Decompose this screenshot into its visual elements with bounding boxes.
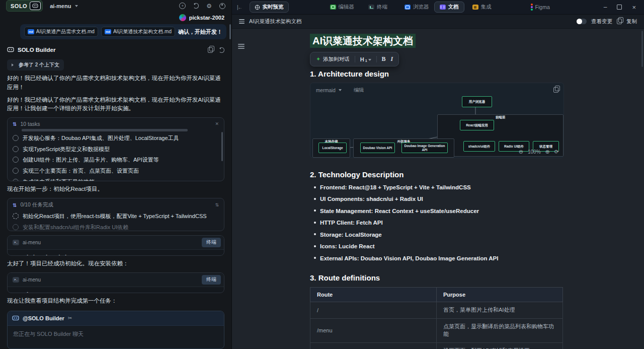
outline-list-icon[interactable] <box>239 19 245 23</box>
tab-live-preview[interactable]: 实时预览 <box>250 2 289 13</box>
terminal-card: >_ ai-menu 终端 npm install <box>7 272 224 293</box>
ai-menu-dropdown[interactable]: ai-menu <box>50 3 71 9</box>
code-lang-dropdown[interactable]: mermaid <box>316 88 336 93</box>
file-chip[interactable]: md AI识菜通技术架构文档.md <box>101 27 175 37</box>
editor-icon <box>330 5 336 10</box>
task-row[interactable]: 开发核心服务：Doubao API集成、图片处理、LocalStorage工具 <box>8 132 224 144</box>
copy-icon[interactable] <box>617 19 622 24</box>
task-list-header[interactable]: ⇅ 10 tasks ✕ <box>8 118 224 129</box>
new-session-icon[interactable]: + <box>179 3 186 9</box>
progress-header[interactable]: ⇅ 0/10 任务完成 ⇅ <box>8 198 224 211</box>
tab-terminal[interactable]: 终端 <box>368 4 387 11</box>
progress-row-active[interactable]: 初始化React项目，使用react-ts模板，配置Vite + TypeScr… <box>8 211 224 222</box>
diagram-zoom-controls: ⊖ 100% ⊕ ⟳ <box>519 149 559 155</box>
tab-integrations[interactable]: 集成 <box>472 4 492 11</box>
task-list-card: ⇅ 10 tasks ✕ 开发核心服务：Doubao API集成、图片处理、Lo… <box>7 117 224 181</box>
history-icon[interactable] <box>193 3 199 9</box>
diagram-node-react[interactable]: React前端应用 <box>460 120 494 130</box>
copy-icon[interactable] <box>553 87 558 93</box>
browser-icon <box>405 5 411 10</box>
tab-label: 编辑器 <box>339 4 355 11</box>
reset-zoom-icon[interactable]: ⟳ <box>554 149 559 155</box>
task-checkbox[interactable] <box>13 179 19 181</box>
progress-label: 安装和配置shadcn/ui组件库和Radix UI依赖 <box>23 224 128 231</box>
task-checkbox[interactable] <box>13 224 19 230</box>
hamburger-icon[interactable] <box>238 44 245 49</box>
solo-brand[interactable]: SOLO <box>6 0 43 12</box>
document-title-highlighted[interactable]: AI识菜通技术架构文档 <box>310 34 416 48</box>
task-row[interactable]: 集成路由系统和页面导航功能 <box>8 177 224 182</box>
copy-icon[interactable] <box>208 47 213 53</box>
diagram-node-browser[interactable]: 用户浏览器 <box>462 96 492 107</box>
scissors-icon[interactable]: ✂ <box>68 315 72 321</box>
agent-mention-chip[interactable]: @SOLO Builder <box>23 315 64 321</box>
file-chip[interactable]: md AI识菜通产品需求文档.md <box>24 27 98 37</box>
table-header: Purpose <box>437 287 563 302</box>
terminal-icon: >_ <box>13 277 19 283</box>
list-item: Frontend: React@18 + TypeScript + Vite +… <box>313 184 564 191</box>
terminal-icon <box>368 5 374 10</box>
diagram-node-localstorage[interactable]: LocalStorage <box>318 143 347 153</box>
progress-row[interactable]: 安装和配置shadcn/ui组件库和Radix UI依赖 <box>8 222 224 231</box>
chat-panel: SOLO ai-menu + ⚙ pickstar-2002 md AI识菜通产… <box>0 0 232 349</box>
diagram-node-imagegen-api[interactable]: Doubao Image Generation API <box>401 143 448 153</box>
open-terminal-button[interactable]: 终端 <box>202 238 221 247</box>
sort-toggle-icon[interactable]: ⇅ <box>215 202 219 207</box>
task-label: 实现TypeScript类型定义和数据模型 <box>23 146 110 153</box>
table-header: Route <box>310 287 437 302</box>
tab-docs[interactable]: 文档 <box>434 2 464 13</box>
task-list-scrollbar[interactable] <box>221 132 223 161</box>
task-row[interactable]: 实现TypeScript类型定义和数据模型 <box>8 144 224 155</box>
avatar[interactable] <box>179 14 186 21</box>
view-changes-label[interactable]: 查看变更 <box>591 18 612 25</box>
list-item: UI Components: shadcn/ui + Radix UI <box>313 195 564 203</box>
account-icon[interactable] <box>219 3 225 9</box>
divider <box>376 56 377 62</box>
gear-icon[interactable]: ⚙ <box>206 3 212 9</box>
tab-browser[interactable]: 浏览器 <box>405 4 429 11</box>
list-item: State Management: React Context + useSta… <box>313 207 564 215</box>
diagram-node-shadcn[interactable]: shadcn/ui组件 <box>463 141 495 152</box>
open-terminal-button[interactable]: 终端 <box>202 275 221 285</box>
add-to-chat-button[interactable]: ✦ 添加到对话 <box>316 56 350 63</box>
close-button[interactable]: × <box>632 4 636 11</box>
task-label: 实现三个主要页面：首页、点菜页面、设置页面 <box>23 167 139 175</box>
tasks-icon: ⇅ <box>13 121 17 127</box>
edit-diagram-button[interactable]: 编辑 <box>354 87 364 94</box>
chat-input[interactable]: 您正在与 SOLO Builder 聊天 <box>8 326 224 349</box>
document-scrollbar[interactable] <box>641 31 643 67</box>
tab-editor[interactable]: 编辑器 <box>330 4 355 11</box>
view-changes-toggle[interactable] <box>577 19 587 24</box>
collapse-icon[interactable]: ✕ <box>215 121 219 126</box>
tab-figma[interactable]: Figma <box>531 4 550 11</box>
tab-label: 实时预览 <box>263 4 284 11</box>
divider <box>355 56 355 62</box>
task-row[interactable]: 实现三个主要页面：首页、点菜页面、设置页面 <box>8 166 224 177</box>
context-reference-chip[interactable]: 参考了 2 个上下文 <box>7 59 64 71</box>
maximize-button[interactable] <box>617 5 622 10</box>
task-checkbox[interactable] <box>13 135 19 141</box>
italic-button[interactable]: I <box>391 55 393 63</box>
chat-scrollbar[interactable] <box>229 24 231 39</box>
minimize-button[interactable]: – <box>604 4 607 11</box>
section-heading: 1. Architecture design <box>310 69 564 78</box>
assistant-paragraph: 现在开始第一步：初始化React项目。 <box>0 181 231 194</box>
collapse-panel-icon[interactable]: |← <box>237 5 243 10</box>
tab-label: 浏览器 <box>413 4 429 11</box>
zoom-in-icon[interactable]: ⊕ <box>545 149 550 155</box>
chat-input-header: @SOLO Builder ✂ <box>8 311 224 326</box>
assistant-paragraph: 现在让我查看项目结构并完成第一个任务： <box>0 293 231 306</box>
heading-dropdown[interactable]: H1 <box>360 56 371 62</box>
zoom-out-icon[interactable]: ⊖ <box>519 149 523 155</box>
task-checkbox[interactable] <box>13 168 19 174</box>
task-checkbox[interactable] <box>13 146 19 152</box>
diagram-node-vision-api[interactable]: Doubao Vision API <box>360 143 395 153</box>
copy-label[interactable]: 复制 <box>626 18 637 25</box>
bold-button[interactable]: B <box>382 55 386 63</box>
figma-icon <box>531 4 533 11</box>
user-message-text: 确认，开始开发！ <box>178 28 222 36</box>
task-checkbox[interactable] <box>13 157 19 163</box>
refresh-icon[interactable] <box>219 47 224 53</box>
task-row[interactable]: 创建UI组件：图片上传、菜品卡片、购物车、API设置等 <box>8 155 224 166</box>
task-label: 集成路由系统和页面导航功能 <box>23 178 95 181</box>
